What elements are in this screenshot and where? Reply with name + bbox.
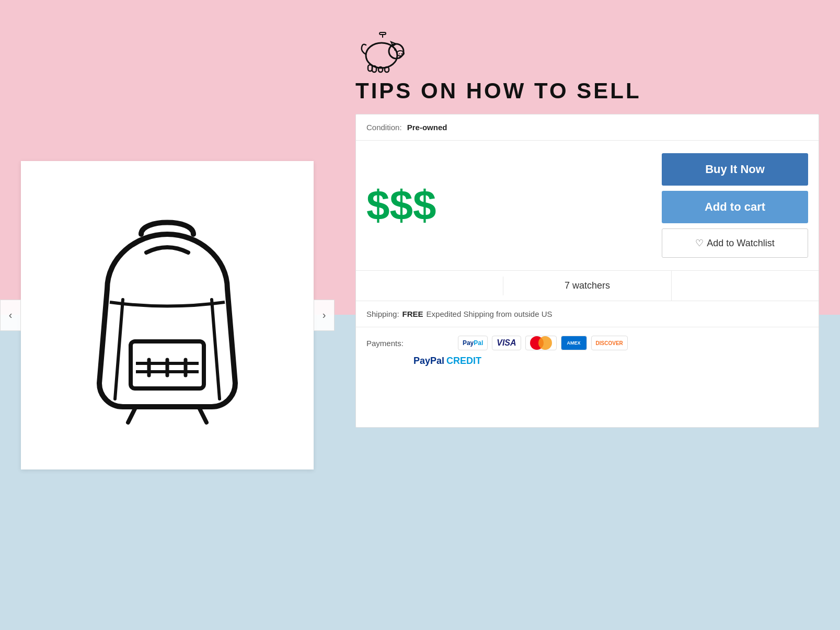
- product-image: [68, 205, 267, 425]
- watchlist-label: Add to Watchlist: [707, 238, 774, 248]
- next-image-button[interactable]: ›: [314, 300, 335, 331]
- brand-header: TIPS ON HOW TO SELL: [355, 31, 819, 104]
- payments-row: Payments: PayPal VISA AMEX: [356, 327, 819, 375]
- paypal-credit-text: PayPal: [413, 356, 444, 366]
- mastercard-icon: [525, 336, 557, 350]
- watchers-row: 7 watchers: [356, 271, 819, 301]
- add-to-cart-button[interactable]: Add to cart: [662, 191, 808, 223]
- svg-point-12: [401, 53, 402, 54]
- add-to-watchlist-button[interactable]: ♡Add to Watchlist: [662, 228, 808, 258]
- price-display: $$$: [366, 185, 646, 226]
- paypal-credit-label: CREDIT: [446, 356, 481, 366]
- buy-now-button[interactable]: Buy It Now: [662, 153, 808, 186]
- payments-line: Payments: PayPal VISA AMEX: [366, 336, 808, 350]
- brand-title: TIPS ON HOW TO SELL: [355, 78, 641, 104]
- svg-point-13: [394, 49, 396, 51]
- chevron-right-icon: ›: [323, 309, 326, 321]
- condition-label: Condition:: [366, 123, 402, 132]
- paypal-credit: PayPal CREDIT: [413, 356, 808, 366]
- product-image-container: ‹: [21, 161, 314, 469]
- piggy-bank-logo: [355, 31, 408, 73]
- visa-icon: VISA: [492, 336, 521, 350]
- condition-row: Condition: Pre-owned: [356, 114, 819, 141]
- payments-icons: PayPal VISA AMEX DISCOVER: [458, 336, 628, 350]
- payments-label: Payments:: [366, 339, 404, 348]
- discover-icon: DISCOVER: [591, 336, 628, 350]
- svg-point-8: [366, 43, 397, 68]
- price-text: $$$: [366, 185, 646, 226]
- paypal-icon: PayPal: [458, 336, 488, 350]
- svg-point-11: [399, 53, 400, 54]
- prev-image-button[interactable]: ‹: [0, 300, 21, 331]
- shipping-free: FREE: [402, 310, 423, 318]
- watchers-right: [672, 277, 819, 295]
- shipping-row: Shipping: FREE Expedited Shipping from o…: [356, 301, 819, 327]
- watchers-spacer: [356, 277, 503, 295]
- amex-icon: AMEX: [561, 336, 587, 350]
- heart-icon: ♡: [695, 238, 704, 248]
- shipping-label: Shipping:: [366, 310, 399, 318]
- product-card: Condition: Pre-owned $$$ Buy It Now Add …: [355, 114, 819, 428]
- page-wrapper: ‹: [0, 0, 840, 630]
- right-panel: TIPS ON HOW TO SELL Condition: Pre-owned…: [335, 0, 840, 630]
- shipping-details: Expedited Shipping from outside US: [427, 310, 553, 318]
- actions-column: Buy It Now Add to cart ♡Add to Watchlist: [662, 153, 808, 258]
- watchers-count: 7 watchers: [503, 271, 672, 301]
- chevron-left-icon: ‹: [9, 309, 13, 321]
- price-actions-row: $$$ Buy It Now Add to cart ♡Add to Watch…: [356, 141, 819, 271]
- svg-rect-17: [368, 65, 372, 71]
- svg-rect-6: [379, 32, 386, 35]
- condition-value: Pre-owned: [407, 123, 447, 132]
- left-panel: ‹: [0, 0, 335, 630]
